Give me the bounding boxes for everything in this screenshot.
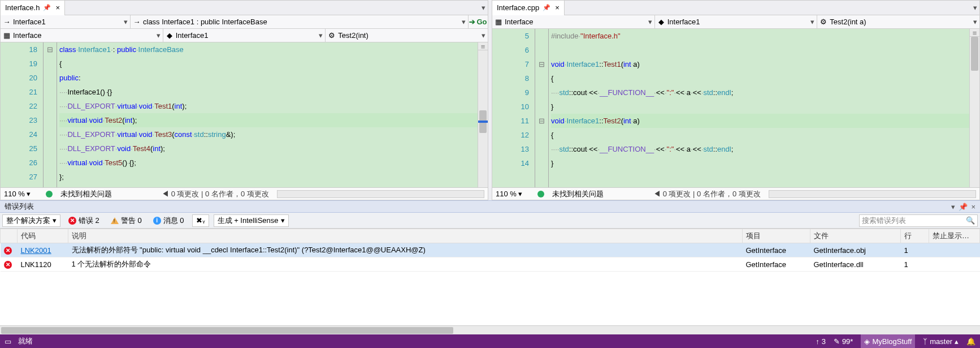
close-icon[interactable]: × xyxy=(971,203,975,211)
branch-status[interactable]: ᛉ master ▴ xyxy=(923,337,959,346)
nav-type-combo[interactable]: → Interface1 ▾ xyxy=(1,15,131,28)
col-project[interactable]: 项目 xyxy=(743,229,810,243)
chevron-down-icon: ▾ xyxy=(482,31,485,40)
error-desc: 无法解析的外部符号 "public: virtual void __cdecl … xyxy=(68,243,743,257)
nav-project-combo[interactable]: ▦ Interface ▾ xyxy=(492,15,655,28)
split-handle-icon[interactable]: ≡ xyxy=(478,42,488,50)
code-editor[interactable]: #include·"Interface.h"void·Interface1::T… xyxy=(549,29,969,187)
nav-class-combo[interactable]: ◆ Interface1 ▾ xyxy=(655,15,818,28)
search-icon: 🔍 xyxy=(966,216,975,225)
outline-column[interactable]: ⊟ xyxy=(44,42,57,187)
project-icon: ▦ xyxy=(3,32,11,40)
zoom-combo[interactable]: 110 % ▾ xyxy=(4,190,38,198)
doc-tab-interface-cpp[interactable]: Interface.cpp 📌 × xyxy=(492,1,565,15)
error-horizontal-scrollbar[interactable] xyxy=(0,325,980,334)
nav-member-combo[interactable]: ⚙ Test2(int a) ▾ xyxy=(817,15,979,28)
error-code-link[interactable]: LNK2001 xyxy=(21,246,51,255)
col-line[interactable]: 行 xyxy=(901,229,929,243)
scroll-marker xyxy=(478,121,488,123)
nav-scope-combo[interactable]: → class Interface1 : public InterfaceBas… xyxy=(131,15,469,28)
class-icon: ◆ xyxy=(166,32,174,40)
error-table[interactable]: 代码 说明 项目 文件 行 禁止显示… ✕LNK2001无法解析的外部符号 "p… xyxy=(0,229,980,272)
col-suppress[interactable]: 禁止显示… xyxy=(929,229,980,243)
repository-status[interactable]: ◈ MyBlogStuff xyxy=(861,334,915,348)
warning-icon xyxy=(111,217,119,224)
go-label: Go xyxy=(476,18,487,26)
nav-type-text: Interface1 xyxy=(13,18,46,26)
table-row[interactable]: ✕LNK2001无法解析的外部符号 "public: virtual void … xyxy=(1,243,980,257)
split-handle-icon[interactable]: ≡ xyxy=(970,29,979,37)
doc-tab-interface-h[interactable]: Interface.h 📌 × xyxy=(1,1,65,15)
clear-filter-button[interactable]: ✖ᵧ xyxy=(192,214,209,227)
close-icon[interactable]: × xyxy=(554,3,561,12)
chevron-down-icon: ▾ xyxy=(648,18,652,26)
info-icon: i xyxy=(153,217,161,225)
tab-title: Interface.cpp xyxy=(497,3,539,12)
col-file[interactable]: 文件 xyxy=(810,229,901,243)
line-gutter: 567891011121314 xyxy=(492,29,535,187)
tab-title: Interface.h xyxy=(5,3,40,12)
pencil-icon: ✎ xyxy=(834,337,840,346)
window-menu-icon[interactable]: ▾ xyxy=(951,203,955,211)
col-desc[interactable]: 说明 xyxy=(68,229,743,243)
editor-pane-right: Interface.cpp 📌 × ▾ ▦ Interface ▾ ◆ Inte… xyxy=(492,0,980,200)
error-file: GetInterface.dll xyxy=(810,257,901,272)
source-text: 生成 + IntelliSense xyxy=(218,216,279,226)
error-list-title-bar[interactable]: 错误列表 ▾ 📌 × xyxy=(0,200,980,213)
tab-strip-right: Interface.cpp 📌 × ▾ xyxy=(492,1,979,15)
outline-column[interactable]: ⊟⊟ xyxy=(535,29,549,187)
errors-filter-button[interactable]: ✕ 错误 2 xyxy=(65,214,103,227)
ready-text: 就绪 xyxy=(18,336,33,346)
scroll-thumb[interactable] xyxy=(1,327,453,334)
scroll-thumb[interactable] xyxy=(971,37,978,71)
chevron-down-icon: ▾ xyxy=(53,216,57,225)
tab-strip-left: Interface.h 📌 × ▾ xyxy=(1,1,488,15)
chevron-down-icon: ▾ xyxy=(462,18,466,26)
messages-filter-button[interactable]: i 消息 0 xyxy=(150,214,188,227)
line-gutter: 18192021222324252627 xyxy=(1,42,44,187)
chevron-down-icon: ▾ xyxy=(319,31,323,40)
error-file: GetInterface.obj xyxy=(810,243,901,257)
nav-class-combo[interactable]: ◆ Interface1 ▾ xyxy=(163,29,326,42)
autohide-icon[interactable]: 📌 xyxy=(959,203,968,211)
horizontal-scrollbar[interactable] xyxy=(769,190,976,198)
status-bar: ▭ 就绪 ↑ 3 ✎ 99* ◈ MyBlogStuff ᛉ master ▴ … xyxy=(0,334,980,348)
vertical-scrollbar[interactable]: ≡ xyxy=(478,42,488,187)
tab-overflow-icon[interactable]: ▾ xyxy=(479,3,488,12)
error-line: 1 xyxy=(901,243,929,257)
pin-icon[interactable]: 📌 xyxy=(43,4,51,11)
chevron-up-icon: ▴ xyxy=(955,337,959,346)
publish-status[interactable]: ↑ 3 xyxy=(816,337,826,346)
zoom-combo[interactable]: 110 % ▾ xyxy=(496,190,530,198)
vertical-scrollbar[interactable]: ≡ xyxy=(969,29,979,187)
error-line: 1 xyxy=(901,257,929,272)
chevron-down-icon: ▾ xyxy=(124,18,128,26)
scope-dropdown[interactable]: 整个解决方案 ▾ xyxy=(2,214,60,227)
code-editor[interactable]: class·Interface1·:·public·InterfaceBase{… xyxy=(57,42,478,187)
issues-text: 未找到相关问题 xyxy=(552,189,604,199)
table-row[interactable]: ✕LNK11201 个无法解析的外部命令GetInterfaceGetInter… xyxy=(1,257,980,272)
notifications-button[interactable]: 🔔 xyxy=(966,337,975,346)
nav-class-text: Interface1 xyxy=(667,18,700,26)
pending-changes[interactable]: ✎ 99* xyxy=(834,337,853,346)
source-dropdown[interactable]: 生成 + IntelliSense ▾ xyxy=(214,214,289,227)
method-icon: ⚙ xyxy=(819,18,827,26)
tab-overflow-icon[interactable]: ▾ xyxy=(970,3,979,12)
nav-member-combo[interactable]: ⚙ Test2(int) ▾ xyxy=(326,29,488,42)
error-search-input[interactable]: 搜索错误列表 🔍 xyxy=(859,214,978,227)
horizontal-scrollbar[interactable] xyxy=(277,190,484,198)
pin-icon[interactable]: 📌 xyxy=(543,4,550,11)
close-icon[interactable]: × xyxy=(54,3,61,12)
table-header-row[interactable]: 代码 说明 项目 文件 行 禁止显示… xyxy=(1,229,980,243)
nav-project-combo[interactable]: ▦ Interface ▾ xyxy=(1,29,163,42)
search-placeholder: 搜索错误列表 xyxy=(862,216,906,226)
error-project: GetInterface xyxy=(743,243,810,257)
go-button[interactable]: ➔ Go xyxy=(469,15,488,28)
repository-icon: ◈ xyxy=(864,337,870,346)
error-project: GetInterface xyxy=(743,257,810,272)
warnp-left filter-button[interactable]: 警告 0 xyxy=(107,214,145,227)
col-code[interactable]: 代码 xyxy=(18,229,68,243)
col-severity[interactable] xyxy=(1,229,18,243)
class-icon: ◆ xyxy=(657,18,665,26)
error-icon: ✕ xyxy=(4,247,12,255)
